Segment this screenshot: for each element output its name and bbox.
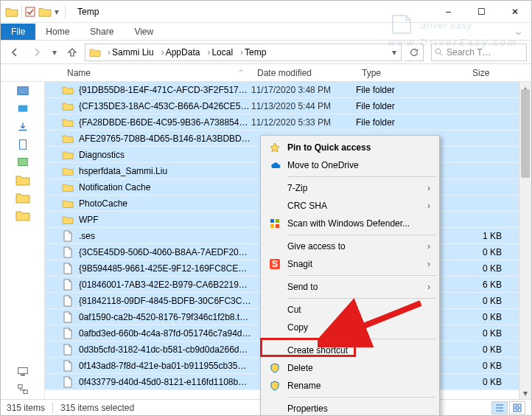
search-input[interactable]: Search T…: [431, 44, 527, 61]
qat-separator: [65, 5, 66, 18]
maximize-button[interactable]: ☐: [465, 1, 498, 23]
file-icon: [61, 230, 74, 242]
file-size: 1 KB: [466, 231, 511, 241]
table-row[interactable]: {FA28DBDE-B6DE-4C95-9B36-A73885486…11/12…: [45, 114, 531, 131]
folder-icon: [61, 182, 74, 193]
annotation-highlight-box: [260, 338, 356, 357]
table-row[interactable]: {CF135DE3-18AC-453C-B66A-D426CE52E…11/13…: [45, 98, 531, 114]
ctx-cut[interactable]: Cut: [262, 301, 438, 319]
file-name: {3C5E45D9-506D-4060-B8AA-7AEDF206B…: [74, 247, 251, 257]
column-date[interactable]: Date modified: [251, 64, 356, 82]
file-size: 0 KB: [466, 361, 511, 371]
pictures-icon[interactable]: [15, 156, 30, 169]
ctx-properties[interactable]: Properties: [262, 400, 438, 416]
file-type: File folder: [356, 85, 466, 95]
svg-rect-17: [276, 224, 279, 228]
qat-overflow-icon[interactable]: ▾: [55, 7, 59, 17]
tab-file[interactable]: File: [1, 24, 35, 40]
ctx-crcsha[interactable]: CRC SHA›: [262, 197, 438, 215]
file-icon: [61, 263, 74, 274]
tab-view[interactable]: View: [124, 24, 164, 40]
svg-rect-11: [518, 404, 521, 407]
scroll-down-icon[interactable]: ▾: [519, 386, 531, 399]
file-name: 0afbd3ed-660b-4c4a-87fd-051746c7a94d…: [74, 328, 251, 339]
search-icon: [435, 48, 444, 57]
refresh-button[interactable]: [405, 44, 424, 61]
tab-home[interactable]: Home: [35, 24, 80, 40]
file-name: Diagnostics: [74, 150, 251, 160]
column-headers: Name⌃ Date modified Type Size: [1, 64, 531, 82]
breadcrumb[interactable]: ›Sammi Liu ›AppData ›Local ›Temp ▾: [85, 44, 402, 61]
folder-icon: [5, 6, 18, 18]
shield-icon: [268, 363, 281, 373]
back-button[interactable]: [5, 44, 24, 61]
documents-icon[interactable]: [15, 138, 30, 151]
file-name: PhotoCache: [74, 198, 251, 209]
downloads-icon[interactable]: [15, 120, 30, 134]
chevron-right-icon: ›: [427, 183, 430, 193]
svg-rect-6: [18, 368, 27, 374]
folder-icon[interactable]: [15, 209, 30, 222]
defender-icon: [268, 218, 281, 229]
ctx-7zip[interactable]: 7-Zip›: [262, 179, 438, 197]
svg-rect-8: [18, 385, 21, 389]
thispc-icon[interactable]: [15, 365, 30, 378]
context-menu: Pin to Quick access Move to OneDrive 7-Z…: [260, 135, 440, 416]
file-date: 11/13/2020 5:44 PM: [251, 101, 356, 111]
ctx-give-access[interactable]: Give access to›: [262, 238, 438, 255]
vertical-scrollbar[interactable]: ▴ ▾: [519, 82, 531, 399]
ctx-defender[interactable]: Scan with Windows Defender...: [262, 215, 438, 232]
column-type[interactable]: Type: [356, 64, 466, 82]
recent-dropdown-icon[interactable]: ▾: [49, 44, 60, 61]
column-name[interactable]: Name⌃: [61, 64, 251, 82]
address-bar-row: ▾ ›Sammi Liu ›AppData ›Local ›Temp ▾ Sea…: [1, 41, 531, 64]
file-size: 0 KB: [466, 263, 511, 274]
minimize-button[interactable]: –: [432, 1, 465, 23]
ribbon-expand-icon[interactable]: ⌵: [505, 24, 531, 40]
file-type: File folder: [356, 101, 466, 111]
file-icon: [61, 295, 74, 307]
folder-icon: [87, 47, 103, 58]
quickaccess-icon[interactable]: [15, 85, 30, 98]
ctx-separator: [287, 235, 436, 235]
file-name: {81842118-09DF-4845-BDFB-30C6FC3C28…: [74, 296, 251, 306]
column-size[interactable]: Size: [466, 64, 517, 82]
file-name: AFE29765-7D8B-4D65-B146-81A3BDBD00…: [74, 134, 251, 144]
folder-icon[interactable]: [15, 191, 30, 204]
up-button[interactable]: [63, 44, 82, 61]
close-button[interactable]: ✕: [498, 1, 531, 23]
crumb-segment[interactable]: Temp: [245, 47, 266, 58]
table-row[interactable]: {91DB55D8-1E4F-471C-AFCD-3F2F517B2…11/17…: [45, 82, 531, 98]
ctx-delete[interactable]: Delete: [262, 359, 438, 377]
ctx-copy[interactable]: Copy: [262, 319, 438, 336]
file-name: 0f433779-d40d-45d0-8121-e116fd1108b2…: [74, 377, 251, 387]
ctx-snagit[interactable]: S Snagit›: [262, 255, 438, 273]
forward-button[interactable]: [27, 44, 46, 61]
checkbox-icon[interactable]: [25, 7, 35, 17]
icons-view-button[interactable]: [509, 401, 525, 415]
scroll-thumb[interactable]: [521, 89, 530, 178]
svg-rect-0: [26, 7, 35, 16]
file-name: 0f143ad8-7f8d-421e-ba01-b911955cb35…: [74, 361, 251, 371]
details-view-button[interactable]: [491, 401, 508, 415]
ctx-rename[interactable]: Rename: [262, 377, 438, 395]
status-item-count: 315 items: [7, 403, 45, 413]
snagit-icon: S: [268, 259, 281, 269]
tab-share[interactable]: Share: [80, 24, 124, 40]
svg-point-1: [435, 49, 441, 54]
svg-rect-2: [17, 87, 27, 95]
ctx-send-to[interactable]: Send to›: [262, 278, 438, 296]
crumb-segment[interactable]: Sammi Liu: [112, 47, 154, 58]
crumb-segment[interactable]: AppData: [166, 47, 200, 58]
crumb-segment[interactable]: Local: [211, 47, 233, 58]
folder-icon[interactable]: [15, 173, 30, 187]
network-icon[interactable]: [15, 383, 30, 396]
file-icon: [61, 279, 74, 291]
ctx-pin-quick-access[interactable]: Pin to Quick access: [262, 139, 438, 156]
ctx-move-onedrive[interactable]: Move to OneDrive: [262, 156, 438, 174]
folder-icon: [61, 117, 74, 128]
file-icon: [61, 246, 74, 258]
desktop-icon[interactable]: [15, 103, 30, 116]
address-dropdown-icon[interactable]: ▾: [389, 47, 399, 58]
file-size: 0 KB: [466, 247, 511, 257]
